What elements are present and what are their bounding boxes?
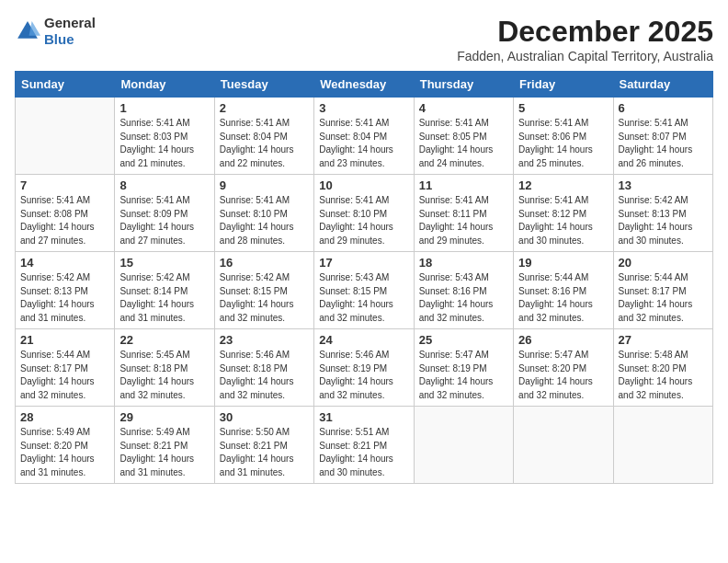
calendar-week-row: 1Sunrise: 5:41 AM Sunset: 8:03 PM Daylig… xyxy=(16,98,713,175)
day-number: 25 xyxy=(419,333,508,347)
day-number: 15 xyxy=(119,256,209,270)
calendar-cell: 18Sunrise: 5:43 AM Sunset: 8:16 PM Dayli… xyxy=(414,252,513,329)
calendar-week-row: 14Sunrise: 5:42 AM Sunset: 8:13 PM Dayli… xyxy=(16,252,713,329)
day-detail: Sunrise: 5:50 AM Sunset: 8:21 PM Dayligh… xyxy=(220,426,309,479)
day-number: 11 xyxy=(419,178,508,192)
logo: General Blue xyxy=(15,15,96,48)
day-detail: Sunrise: 5:41 AM Sunset: 8:07 PM Dayligh… xyxy=(619,117,708,170)
calendar-cell: 16Sunrise: 5:42 AM Sunset: 8:15 PM Dayli… xyxy=(214,252,313,329)
day-detail: Sunrise: 5:45 AM Sunset: 8:18 PM Dayligh… xyxy=(119,349,209,402)
logo-text: General Blue xyxy=(44,15,96,48)
calendar-cell: 2Sunrise: 5:41 AM Sunset: 8:04 PM Daylig… xyxy=(214,98,313,175)
day-detail: Sunrise: 5:44 AM Sunset: 8:16 PM Dayligh… xyxy=(518,271,608,325)
calendar-cell: 14Sunrise: 5:42 AM Sunset: 8:13 PM Dayli… xyxy=(16,252,115,329)
calendar-cell xyxy=(613,407,712,484)
day-number: 28 xyxy=(20,410,109,424)
calendar-cell xyxy=(514,407,613,484)
day-detail: Sunrise: 5:42 AM Sunset: 8:14 PM Dayligh… xyxy=(119,271,209,325)
day-number: 14 xyxy=(20,256,109,270)
day-detail: Sunrise: 5:41 AM Sunset: 8:05 PM Dayligh… xyxy=(419,117,508,170)
calendar-body: 1Sunrise: 5:41 AM Sunset: 8:03 PM Daylig… xyxy=(16,98,713,484)
weekday-header: Thursday xyxy=(414,72,513,98)
svg-marker-1 xyxy=(29,21,40,36)
day-detail: Sunrise: 5:41 AM Sunset: 8:08 PM Dayligh… xyxy=(20,194,109,247)
day-number: 6 xyxy=(619,101,708,115)
day-number: 12 xyxy=(518,178,608,192)
day-number: 31 xyxy=(319,410,408,424)
day-number: 22 xyxy=(119,333,209,347)
day-detail: Sunrise: 5:41 AM Sunset: 8:04 PM Dayligh… xyxy=(220,117,309,170)
calendar-cell: 29Sunrise: 5:49 AM Sunset: 8:21 PM Dayli… xyxy=(115,407,214,484)
calendar-cell: 25Sunrise: 5:47 AM Sunset: 8:19 PM Dayli… xyxy=(414,329,513,407)
calendar-table: SundayMondayTuesdayWednesdayThursdayFrid… xyxy=(15,71,713,484)
weekday-header: Saturday xyxy=(613,72,712,98)
calendar-cell: 21Sunrise: 5:44 AM Sunset: 8:17 PM Dayli… xyxy=(16,329,115,407)
day-number: 24 xyxy=(319,333,408,347)
day-detail: Sunrise: 5:46 AM Sunset: 8:18 PM Dayligh… xyxy=(220,349,309,402)
day-detail: Sunrise: 5:41 AM Sunset: 8:11 PM Dayligh… xyxy=(419,194,508,247)
day-detail: Sunrise: 5:44 AM Sunset: 8:17 PM Dayligh… xyxy=(619,271,708,325)
calendar-cell: 24Sunrise: 5:46 AM Sunset: 8:19 PM Dayli… xyxy=(314,329,414,407)
calendar-cell: 17Sunrise: 5:43 AM Sunset: 8:15 PM Dayli… xyxy=(314,252,414,329)
calendar-cell: 5Sunrise: 5:41 AM Sunset: 8:06 PM Daylig… xyxy=(514,98,613,175)
calendar-cell: 4Sunrise: 5:41 AM Sunset: 8:05 PM Daylig… xyxy=(414,98,513,175)
day-detail: Sunrise: 5:47 AM Sunset: 8:20 PM Dayligh… xyxy=(518,349,608,402)
day-detail: Sunrise: 5:41 AM Sunset: 8:04 PM Dayligh… xyxy=(319,117,408,170)
calendar-cell: 30Sunrise: 5:50 AM Sunset: 8:21 PM Dayli… xyxy=(214,407,313,484)
day-number: 23 xyxy=(220,333,309,347)
calendar-cell: 26Sunrise: 5:47 AM Sunset: 8:20 PM Dayli… xyxy=(514,329,613,407)
day-number: 10 xyxy=(319,178,408,192)
day-detail: Sunrise: 5:46 AM Sunset: 8:19 PM Dayligh… xyxy=(319,349,408,402)
day-detail: Sunrise: 5:42 AM Sunset: 8:13 PM Dayligh… xyxy=(619,194,708,247)
day-number: 13 xyxy=(619,178,708,192)
calendar-cell xyxy=(414,407,513,484)
day-number: 9 xyxy=(220,178,309,192)
weekday-header: Friday xyxy=(514,72,613,98)
weekday-header: Monday xyxy=(115,72,214,98)
day-number: 8 xyxy=(119,178,209,192)
day-detail: Sunrise: 5:41 AM Sunset: 8:09 PM Dayligh… xyxy=(119,194,209,247)
day-detail: Sunrise: 5:49 AM Sunset: 8:20 PM Dayligh… xyxy=(20,426,109,479)
calendar-cell: 6Sunrise: 5:41 AM Sunset: 8:07 PM Daylig… xyxy=(613,98,712,175)
day-number: 21 xyxy=(20,333,109,347)
logo-icon xyxy=(15,18,40,44)
weekday-header: Wednesday xyxy=(314,72,414,98)
day-number: 2 xyxy=(220,101,309,115)
day-number: 19 xyxy=(518,256,608,270)
calendar-cell: 11Sunrise: 5:41 AM Sunset: 8:11 PM Dayli… xyxy=(414,175,513,252)
day-detail: Sunrise: 5:41 AM Sunset: 8:06 PM Dayligh… xyxy=(518,117,608,170)
calendar-header: SundayMondayTuesdayWednesdayThursdayFrid… xyxy=(16,72,713,98)
day-detail: Sunrise: 5:44 AM Sunset: 8:17 PM Dayligh… xyxy=(20,349,109,402)
day-detail: Sunrise: 5:41 AM Sunset: 8:12 PM Dayligh… xyxy=(518,194,608,247)
calendar-title: December 2025 xyxy=(457,15,713,49)
calendar-cell: 7Sunrise: 5:41 AM Sunset: 8:08 PM Daylig… xyxy=(16,175,115,252)
calendar-cell: 12Sunrise: 5:41 AM Sunset: 8:12 PM Dayli… xyxy=(514,175,613,252)
day-detail: Sunrise: 5:42 AM Sunset: 8:13 PM Dayligh… xyxy=(20,271,109,325)
day-number: 7 xyxy=(20,178,109,192)
calendar-cell: 1Sunrise: 5:41 AM Sunset: 8:03 PM Daylig… xyxy=(115,98,214,175)
day-number: 4 xyxy=(419,101,508,115)
day-detail: Sunrise: 5:41 AM Sunset: 8:10 PM Dayligh… xyxy=(319,194,408,247)
weekday-row: SundayMondayTuesdayWednesdayThursdayFrid… xyxy=(16,72,713,98)
page-header: General Blue December 2025 Fadden, Austr… xyxy=(15,15,713,63)
calendar-week-row: 21Sunrise: 5:44 AM Sunset: 8:17 PM Dayli… xyxy=(16,329,713,407)
day-number: 29 xyxy=(119,410,209,424)
day-number: 3 xyxy=(319,101,408,115)
calendar-cell: 3Sunrise: 5:41 AM Sunset: 8:04 PM Daylig… xyxy=(314,98,414,175)
day-number: 5 xyxy=(518,101,608,115)
calendar-cell: 28Sunrise: 5:49 AM Sunset: 8:20 PM Dayli… xyxy=(16,407,115,484)
logo-blue: Blue xyxy=(44,31,74,47)
calendar-cell: 10Sunrise: 5:41 AM Sunset: 8:10 PM Dayli… xyxy=(314,175,414,252)
calendar-cell: 13Sunrise: 5:42 AM Sunset: 8:13 PM Dayli… xyxy=(613,175,712,252)
day-detail: Sunrise: 5:43 AM Sunset: 8:16 PM Dayligh… xyxy=(419,271,508,325)
calendar-cell: 9Sunrise: 5:41 AM Sunset: 8:10 PM Daylig… xyxy=(214,175,313,252)
day-detail: Sunrise: 5:51 AM Sunset: 8:21 PM Dayligh… xyxy=(319,426,408,479)
day-number: 16 xyxy=(220,256,309,270)
weekday-header: Sunday xyxy=(16,72,115,98)
day-number: 20 xyxy=(619,256,708,270)
day-detail: Sunrise: 5:42 AM Sunset: 8:15 PM Dayligh… xyxy=(220,271,309,325)
weekday-header: Tuesday xyxy=(214,72,313,98)
calendar-subtitle: Fadden, Australian Capital Territory, Au… xyxy=(457,49,713,63)
calendar-cell xyxy=(16,98,115,175)
calendar-cell: 23Sunrise: 5:46 AM Sunset: 8:18 PM Dayli… xyxy=(214,329,313,407)
